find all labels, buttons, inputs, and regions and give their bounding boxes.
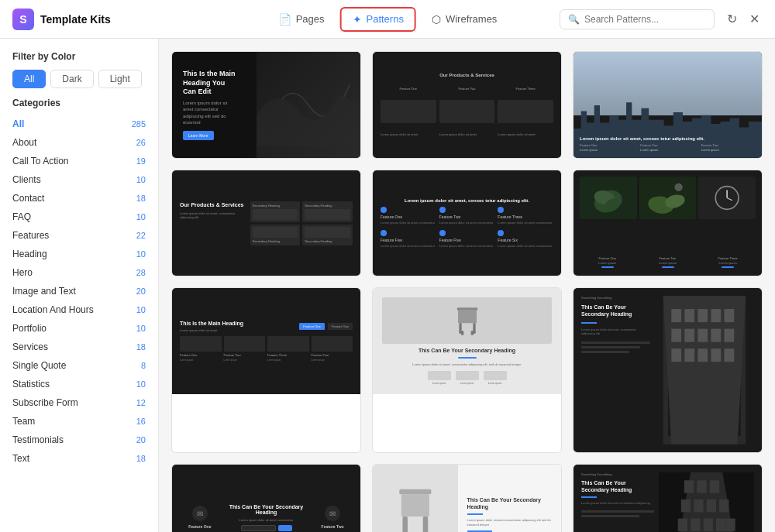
cat-contact-count: 18 [136, 194, 146, 203]
category-features[interactable]: Features 22 [12, 226, 146, 245]
nav-patterns[interactable]: ✦ Patterns [340, 7, 416, 32]
category-team[interactable]: Team 16 [12, 412, 146, 431]
cat-cta-count: 19 [136, 156, 146, 166]
logo: S Template Kits [12, 9, 111, 30]
category-testimonials[interactable]: Testimonials 20 [12, 431, 146, 449]
cat-faq-name: FAQ [12, 211, 31, 222]
card-services-dark[interactable]: Our Products & Services Feature One Feat… [372, 51, 562, 159]
card-products-dark[interactable]: Our Products & Services Lorem ipsum dolo… [171, 170, 361, 277]
category-faq[interactable]: FAQ 10 [12, 208, 146, 226]
main-layout: Filter by Color All Dark Light Categorie… [0, 39, 775, 532]
svg-rect-18 [671, 309, 681, 322]
cat-services-name: Services [12, 342, 48, 352]
patterns-icon: ✦ [353, 13, 362, 26]
card-features-text[interactable]: Lorem ipsum dolor sit amet, consec tetur… [372, 170, 562, 277]
svg-rect-26 [711, 329, 722, 342]
svg-rect-47 [677, 519, 687, 531]
cat-testimonials-name: Testimonials [12, 434, 64, 445]
cat-subscribe-count: 12 [136, 398, 146, 407]
svg-rect-34 [401, 494, 429, 517]
svg-rect-19 [685, 309, 695, 322]
cat-image-text-name: Image and Text [12, 286, 76, 297]
nav-wireframes-label: Wireframes [446, 13, 497, 25]
category-services[interactable]: Services 18 [12, 338, 146, 356]
nav-pages[interactable]: 📄 Pages [266, 7, 337, 32]
category-image-text[interactable]: Image and Text 20 [12, 282, 146, 300]
cat-clients-count: 10 [136, 175, 146, 184]
cat-location-name: Location And Hours [12, 304, 94, 315]
refresh-button[interactable]: ↻ [724, 9, 740, 29]
wireframes-icon: ⬡ [432, 13, 441, 26]
cat-faq-count: 10 [136, 212, 146, 221]
card-hero-heading: This Is the Main Heading You Can Edit [183, 70, 238, 97]
categories-section: Categories All 285 About 26 Call To Acti… [0, 98, 158, 468]
svg-rect-20 [698, 309, 708, 322]
cat-cta-name: Call To Action [12, 156, 69, 166]
filter-light[interactable]: Light [98, 70, 142, 88]
svg-rect-41 [697, 480, 706, 493]
svg-rect-43 [680, 499, 690, 512]
category-single-quote[interactable]: Single Quote 8 [12, 356, 146, 375]
category-clients[interactable]: Clients 10 [12, 170, 146, 189]
logo-icon: S [12, 9, 34, 30]
svg-rect-46 [719, 499, 728, 512]
category-statistics[interactable]: Statistics 10 [12, 375, 146, 393]
svg-rect-9 [456, 308, 477, 311]
cat-quote-name: Single Quote [12, 360, 66, 371]
svg-rect-24 [685, 329, 695, 342]
card-hero-dark[interactable]: This Is the Main Heading You Can Edit Lo… [171, 51, 361, 159]
cat-portfolio-name: Portfolio [12, 323, 46, 334]
cat-hero-name: Hero [12, 267, 33, 278]
category-cta[interactable]: Call To Action 19 [12, 152, 146, 170]
category-heading[interactable]: Heading 10 [12, 245, 146, 263]
header-actions: ↻ ✕ [724, 9, 763, 29]
cat-team-name: Team [12, 416, 35, 427]
category-hero[interactable]: Hero 28 [12, 263, 146, 282]
svg-rect-14 [470, 331, 473, 335]
svg-rect-33 [399, 489, 431, 494]
card-building-secondary[interactable]: Something Something This Can Be Your Sec… [573, 464, 763, 532]
svg-line-8 [727, 197, 732, 200]
category-all[interactable]: All 285 [12, 115, 146, 133]
search-input[interactable] [584, 14, 706, 25]
card-chair-light[interactable]: This Can Be Your Secondary Heading Lorem… [372, 464, 562, 532]
card-building-dark[interactable]: Something Something This Can Be Your Sec… [573, 287, 763, 453]
cat-all-name: All [12, 118, 24, 129]
card-plants-dark[interactable]: Feature OneLorem ipsum Feature TwoLorem … [573, 170, 763, 277]
content-area: This Is the Main Heading You Can Edit Lo… [159, 39, 775, 532]
filter-dark[interactable]: Dark [50, 70, 93, 88]
category-portfolio[interactable]: Portfolio 10 [12, 319, 146, 338]
card-subscribe-dark[interactable]: ✉ Feature One This Can Be Your Secondary… [171, 464, 361, 532]
nav-patterns-label: Patterns [367, 13, 404, 25]
category-location[interactable]: Location And Hours 10 [12, 300, 146, 319]
category-text[interactable]: Text 18 [12, 449, 146, 468]
cat-quote-count: 8 [141, 361, 146, 370]
filter-all[interactable]: All [12, 70, 46, 88]
search-icon: 🔍 [568, 14, 580, 25]
nav-pages-label: Pages [296, 13, 325, 25]
close-button[interactable]: ✕ [746, 9, 763, 29]
search-bar: 🔍 [560, 9, 715, 29]
card-city-dark[interactable]: Lorem ipsum dolor sit amet, consec tetur… [573, 51, 763, 159]
cat-contact-name: Contact [12, 193, 44, 204]
card-secondary-heading-light[interactable]: This Can Be Your Secondary Heading Lorem… [372, 287, 562, 453]
cat-heading-count: 10 [136, 249, 146, 259]
cat-heading-name: Heading [12, 249, 47, 259]
category-contact[interactable]: Contact 18 [12, 189, 146, 208]
cat-all-count: 285 [132, 119, 146, 129]
card-portfolio-dark[interactable]: This Is the Main Heading Lorem ipsum dol… [171, 287, 361, 453]
svg-rect-51 [725, 519, 735, 531]
svg-rect-45 [706, 499, 715, 512]
cat-hero-count: 28 [136, 268, 146, 277]
categories-label: Categories [12, 98, 146, 108]
svg-rect-30 [698, 349, 708, 362]
card-hero-btn: Learn More [183, 131, 214, 140]
cat-image-text-count: 20 [136, 287, 146, 296]
category-subscribe[interactable]: Subscribe Form 12 [12, 393, 146, 412]
cat-location-count: 10 [136, 305, 146, 314]
svg-rect-40 [684, 480, 694, 493]
nav-wireframes[interactable]: ⬡ Wireframes [419, 7, 509, 32]
category-about[interactable]: About 26 [12, 133, 146, 152]
cat-statistics-count: 10 [136, 379, 146, 389]
svg-rect-44 [694, 499, 703, 512]
